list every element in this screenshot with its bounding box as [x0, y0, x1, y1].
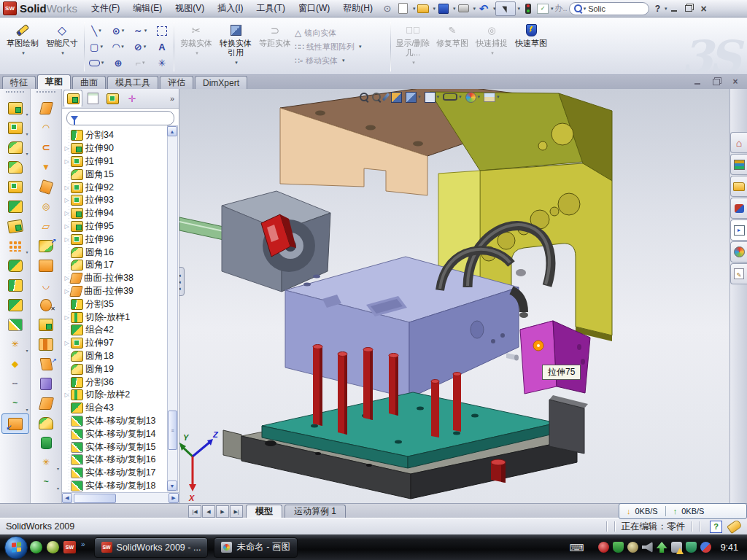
scroll-down-arrow[interactable]: ▼: [167, 481, 177, 491]
toolbar-button[interactable]: ▼: [33, 158, 59, 176]
tree-item[interactable]: 实体-移动/复制18: [63, 480, 179, 492]
apply-scene-button[interactable]: ▾: [484, 93, 500, 102]
toolbar-button[interactable]: ◆: [2, 354, 28, 373]
hide-show-items-button[interactable]: ▾: [443, 93, 462, 101]
rebuild-button[interactable]: [521, 2, 535, 15]
tree-item[interactable]: 圆角17: [63, 259, 179, 272]
tree-item[interactable]: 实体-移动/复制17: [63, 467, 179, 480]
convert-entities-button[interactable]: 转换实体引用▾: [216, 19, 255, 74]
open-dropdown[interactable]: ▾: [433, 6, 436, 12]
toolbar-button[interactable]: [2, 197, 28, 216]
quicklaunch-solidworks-icon[interactable]: SW: [63, 541, 76, 553]
select-tool-button[interactable]: [495, 1, 516, 16]
help-button[interactable]: ?: [655, 4, 660, 14]
toolbar-button[interactable]: ✕: [33, 295, 59, 314]
toolbar-button[interactable]: [2, 177, 28, 196]
toolbar-button[interactable]: ◎: [33, 197, 59, 216]
circle-tool[interactable]: ⊙▾: [109, 24, 128, 37]
toolbar-button[interactable]: [2, 256, 28, 275]
sketch-button[interactable]: 草图绘制▾: [3, 19, 42, 74]
taskbar-window-solidworks[interactable]: SW SolidWorks 2009 - ...: [94, 537, 209, 558]
tree-vertical-scrollbar[interactable]: ▲ ≡ ▼: [167, 125, 178, 491]
toolbar-button[interactable]: ╍: [2, 374, 28, 393]
quicklaunch-app-icon[interactable]: [47, 541, 59, 553]
arc-tool[interactable]: ◠▾: [109, 40, 128, 53]
print-dropdown[interactable]: ▾: [473, 6, 476, 12]
pin-toolbar-icon[interactable]: ⊙: [380, 2, 395, 15]
move-entities-button[interactable]: ∷▫ 移动实体▾: [295, 55, 388, 66]
tree-item[interactable]: 组合43: [63, 402, 179, 415]
select-dropdown[interactable]: ▾: [517, 6, 520, 12]
toolbar-button[interactable]: ▾: [2, 98, 28, 117]
taskbar-clock[interactable]: 9:41: [721, 542, 738, 553]
design-library-tab[interactable]: [730, 154, 747, 175]
toolbar-overflow[interactable]: 办..: [555, 3, 568, 14]
panel-collapse-handle[interactable]: ◂◂◂: [179, 267, 185, 296]
tree-item[interactable]: ▷曲面-拉伸38: [63, 272, 179, 285]
tree-item[interactable]: 圆角19: [63, 362, 179, 376]
toolbar-button[interactable]: [33, 394, 59, 413]
configurationmanager-tab[interactable]: [103, 90, 122, 107]
scroll-thumb[interactable]: ≡: [168, 411, 177, 450]
network-warning-icon[interactable]: [671, 542, 682, 553]
network-speed-widget[interactable]: ↓ 0KB/S ↑ 0KB/S: [619, 503, 747, 519]
slot-tool[interactable]: ▾: [87, 56, 106, 69]
search-dropdown[interactable]: ▾: [584, 6, 587, 12]
tree-item[interactable]: 实体-移动/复制15: [63, 440, 179, 454]
tag-icon[interactable]: [727, 519, 743, 534]
toolbar-button[interactable]: [2, 217, 28, 236]
doc-restore-button[interactable]: [709, 77, 724, 87]
motion-study-tab[interactable]: 运动算例 1: [285, 505, 346, 518]
toolbar-button[interactable]: [33, 256, 59, 275]
protection-icon[interactable]: [686, 542, 697, 553]
select-region-tool[interactable]: [152, 24, 171, 37]
toolbar-button[interactable]: ↗: [33, 236, 59, 255]
first-tab-button[interactable]: |◀: [188, 505, 201, 518]
rapid-sketch-button[interactable]: 快速草图: [511, 19, 551, 74]
spline-tool[interactable]: ～▾: [131, 24, 150, 37]
next-tab-button[interactable]: ▶: [216, 505, 229, 518]
scroll-right-arrow[interactable]: ▶: [169, 493, 179, 503]
tab-surfaces[interactable]: 曲面: [72, 76, 106, 89]
tree-item[interactable]: ▷拉伸93: [63, 194, 179, 207]
line-tool[interactable]: ╲▾: [87, 24, 106, 37]
view-orientation-button[interactable]: ▾: [406, 92, 421, 103]
tree-horizontal-scrollbar[interactable]: ◀ ▶: [62, 492, 179, 503]
menu-window[interactable]: 窗口(W): [292, 0, 336, 17]
tree-item[interactable]: ▷拉伸90: [63, 142, 179, 155]
options-button[interactable]: ✓: [537, 4, 549, 14]
toolbar-button[interactable]: ◡: [33, 276, 59, 295]
tree-filter-box[interactable]: [66, 111, 174, 125]
point-tool[interactable]: ✳: [152, 56, 171, 69]
featuremanager-tab[interactable]: [63, 90, 82, 107]
solidworks-resources-tab[interactable]: [730, 198, 747, 219]
certificate-icon[interactable]: [627, 542, 638, 553]
tree-item[interactable]: ▷拉伸94: [63, 207, 179, 220]
tab-features[interactable]: 特征: [2, 76, 36, 89]
ellipse-tool[interactable]: ⊘▾: [131, 40, 150, 53]
display-style-button[interactable]: ▾: [425, 92, 440, 103]
save-button[interactable]: [436, 2, 451, 15]
quicklaunch-messenger-icon[interactable]: [30, 541, 42, 553]
update-icon[interactable]: [657, 542, 667, 553]
tab-dimxpert[interactable]: DimXpert: [195, 76, 247, 89]
toolbar-button[interactable]: ▾: [2, 118, 28, 137]
rectangle-tool[interactable]: ▢▾: [87, 40, 106, 53]
toolbar-grip[interactable]: [6, 91, 24, 96]
tab-evaluate[interactable]: 评估: [160, 76, 193, 89]
toolbar-button[interactable]: [2, 276, 28, 295]
undo-button[interactable]: ↶: [476, 2, 491, 15]
graphics-area[interactable]: Y Z X ▾ ▾ ▾ ▾ ▾ 拉伸75 ◂◂◂: [179, 89, 729, 503]
toolbar-button[interactable]: ◠: [33, 118, 59, 137]
tree-item[interactable]: 分割36: [63, 376, 179, 389]
menu-tools[interactable]: 工具(T): [250, 0, 292, 17]
save-dropdown[interactable]: ▾: [453, 6, 456, 12]
offset-entities-button[interactable]: ⊃ 等距实体: [255, 19, 295, 74]
tree-item[interactable]: ▷拉伸96: [63, 233, 179, 246]
scroll-up-arrow[interactable]: ▲: [167, 126, 177, 136]
quick-snaps-button[interactable]: ◎ 快速捕捉▾: [472, 19, 511, 74]
tree-item[interactable]: 实体-移动/复制14: [63, 427, 179, 440]
search-box[interactable]: ▾ Solic: [569, 2, 649, 15]
3d-model[interactable]: Y Z X: [179, 89, 729, 503]
start-button[interactable]: [4, 536, 28, 559]
